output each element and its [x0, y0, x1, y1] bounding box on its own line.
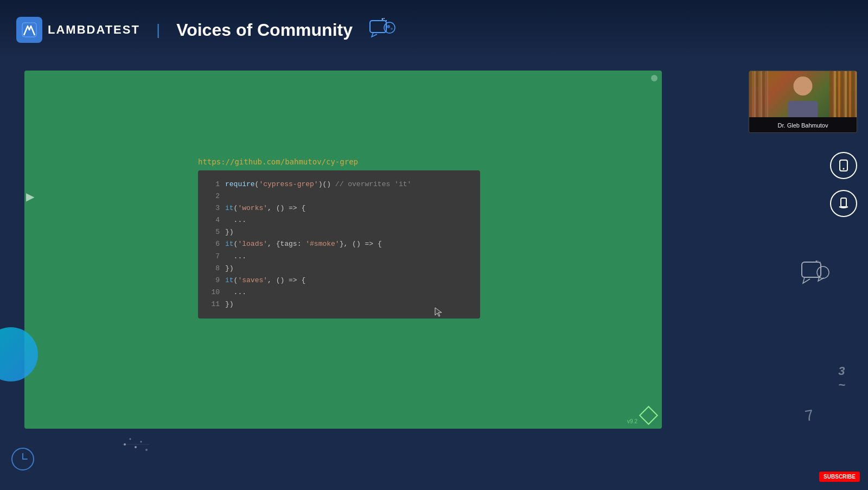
- svg-point-30: [145, 449, 148, 451]
- right-controls: [830, 152, 857, 217]
- slide-container: https://github.com/bahmutov/cy-grep 1req…: [24, 71, 662, 429]
- code-line-11: 11}): [209, 298, 469, 310]
- svg-point-6: [386, 20, 387, 21]
- svg-point-27: [130, 438, 131, 440]
- right-chat-decoration: [800, 260, 830, 292]
- code-line-9: 9it('saves', () => {: [209, 275, 469, 287]
- code-line-3: 3it('works', () => {: [209, 202, 469, 214]
- subscribe-badge[interactable]: SUBSCRIBE: [819, 472, 860, 482]
- left-arrow-decoration: ▶: [26, 190, 34, 203]
- code-line-1: 1require('cypress-grep')() // overwrites…: [209, 179, 469, 190]
- code-line-5: 5}): [209, 226, 469, 238]
- community-icons: [369, 18, 396, 42]
- svg-point-29: [141, 441, 142, 443]
- svg-rect-25: [841, 198, 846, 207]
- lambdatest-logo: LAMBDATEST: [16, 17, 140, 43]
- decorative-text-right: 7: [804, 406, 815, 425]
- svg-point-5: [381, 18, 383, 20]
- code-line-8: 8}): [209, 263, 469, 275]
- slide-version: v9.2: [627, 418, 637, 424]
- logo-text: LAMBDATEST: [48, 23, 140, 37]
- svg-point-7: [384, 18, 385, 19]
- slide-corner-dot: [651, 75, 658, 81]
- svg-point-3: [387, 25, 390, 28]
- bottom-sparkle-decoration: [119, 434, 152, 457]
- github-link[interactable]: https://github.com/bahmutov/cy-grep: [198, 157, 480, 166]
- header-divider: |: [156, 21, 160, 39]
- code-line-6: 6it('loads', {tags: '#smoke'}, () => {: [209, 238, 469, 250]
- voices-of-community-title: Voices of Community: [176, 20, 353, 40]
- control-button-2[interactable]: [830, 190, 857, 217]
- code-line-4: 4 ...: [209, 214, 469, 226]
- clock-icon-decoration: [11, 447, 35, 474]
- webcam-overlay: Dr. Gleb Bahmutov: [749, 71, 857, 133]
- webcam-person-video: [749, 71, 857, 117]
- code-line-2: 2: [209, 190, 469, 202]
- community-icon-svg: [369, 18, 396, 42]
- slide-nav-diamond: [642, 409, 655, 422]
- svg-point-28: [135, 446, 137, 448]
- header-bar: LAMBDATEST | Voices of Community: [0, 0, 868, 60]
- code-line-7: 7 ...: [209, 251, 469, 263]
- bottom-right-text-decoration: 3~: [838, 364, 846, 392]
- person-body: [788, 101, 818, 117]
- svg-point-35: [820, 262, 821, 263]
- bookshelf-left: [749, 71, 768, 117]
- svg-point-36: [818, 260, 819, 261]
- person-head: [794, 77, 813, 96]
- code-section: https://github.com/bahmutov/cy-grep 1req…: [198, 157, 480, 319]
- svg-point-33: [817, 266, 829, 278]
- lambda-icon: [16, 17, 42, 43]
- code-line-10: 10 ...: [209, 287, 469, 298]
- webcam-person-label: Dr. Gleb Bahmutov: [749, 117, 857, 133]
- mouse-cursor: [434, 307, 443, 320]
- svg-point-24: [843, 168, 845, 170]
- code-block: 1require('cypress-grep')() // overwrites…: [198, 170, 480, 319]
- svg-point-4: [391, 28, 393, 30]
- bookshelf-bg: [829, 71, 857, 117]
- logo-area: LAMBDATEST | Voices of Community: [16, 17, 396, 43]
- control-button-1[interactable]: [830, 152, 857, 179]
